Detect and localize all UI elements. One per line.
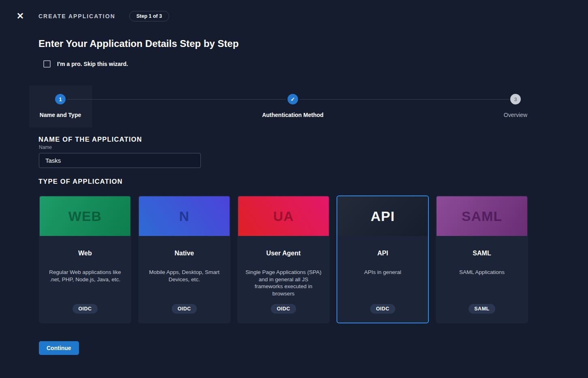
- check-icon: ✓: [288, 94, 298, 104]
- web-card-banner: WEB: [40, 196, 130, 236]
- skip-wizard-row: I'm a pro. Skip this wizard.: [43, 60, 588, 68]
- card-title: Web: [78, 250, 92, 257]
- step-1-label: Name and Type: [40, 112, 81, 118]
- card-description: Mobile Apps, Desktop, Smart Devices, etc…: [146, 269, 222, 283]
- stepper: 1 Name and Type ✓ Authentication Method …: [0, 85, 588, 127]
- card-description: Regular Web applications like .net, PHP,…: [47, 269, 123, 283]
- api-card-banner: API: [337, 196, 428, 236]
- type-card-native[interactable]: N Native Mobile Apps, Desktop, Smart Dev…: [138, 195, 230, 323]
- card-description: SAML Applications: [459, 269, 505, 276]
- page-title: CREATE APPLICATION: [38, 13, 115, 19]
- skip-wizard-label: I'm a pro. Skip this wizard.: [57, 61, 128, 67]
- type-card-web[interactable]: WEB Web Regular Web applications like .n…: [39, 195, 131, 323]
- protocol-badge: OIDC: [271, 304, 296, 314]
- saml-card-body: SAML SAML Applications SAML: [437, 236, 527, 323]
- native-card-banner: N: [139, 196, 230, 236]
- step-badge: Step 1 of 3: [129, 11, 169, 21]
- step-item-overview[interactable]: 3 Overview: [471, 94, 560, 118]
- type-section-title: TYPE OF APPLICATION: [38, 178, 588, 185]
- type-card-user-agent[interactable]: UA User Agent Single Page Applications (…: [237, 195, 330, 323]
- card-description: Single Page Applications (SPA) and in ge…: [245, 269, 322, 297]
- protocol-badge: OIDC: [72, 304, 97, 314]
- step-2-label: Authentication Method: [262, 112, 324, 118]
- card-title: User Agent: [266, 250, 301, 257]
- type-card-api[interactable]: API API APIs in general OIDC: [337, 195, 429, 323]
- step-item-name-and-type[interactable]: 1 Name and Type: [16, 94, 105, 118]
- user-agent-card-banner: UA: [238, 196, 329, 236]
- protocol-badge: OIDC: [172, 304, 196, 314]
- name-section-title: NAME OF THE APPLICATION: [38, 136, 588, 143]
- close-icon[interactable]: ✕: [15, 11, 25, 21]
- protocol-badge: OIDC: [370, 304, 395, 314]
- web-card-body: Web Regular Web applications like .net, …: [40, 236, 130, 323]
- card-title: Native: [175, 250, 194, 257]
- card-description: APIs in general: [364, 269, 401, 276]
- saml-card-banner: SAML: [437, 196, 527, 236]
- step-3-label: Overview: [504, 112, 527, 118]
- card-title: API: [377, 250, 388, 257]
- card-title: SAML: [473, 250, 491, 257]
- user-agent-card-body: User Agent Single Page Applications (SPA…: [238, 236, 329, 323]
- name-input[interactable]: [39, 153, 201, 168]
- native-card-body: Native Mobile Apps, Desktop, Smart Devic…: [139, 236, 230, 323]
- main-heading: Enter Your Application Details Step by S…: [38, 38, 588, 49]
- wizard-topbar: ✕ CREATE APPLICATION Step 1 of 3: [0, 0, 588, 22]
- continue-button[interactable]: Continue: [39, 341, 79, 355]
- api-card-body: API APIs in general OIDC: [337, 236, 428, 323]
- protocol-badge: SAML: [469, 304, 495, 314]
- step-1-circle: 1: [55, 94, 66, 104]
- step-item-authentication-method[interactable]: ✓ Authentication Method: [248, 94, 337, 118]
- application-type-cards: WEB Web Regular Web applications like .n…: [39, 195, 588, 323]
- skip-wizard-checkbox[interactable]: [43, 60, 51, 68]
- name-field-label: Name: [39, 144, 52, 150]
- step-3-circle: 3: [510, 94, 521, 104]
- type-card-saml[interactable]: SAML SAML SAML Applications SAML: [436, 195, 528, 323]
